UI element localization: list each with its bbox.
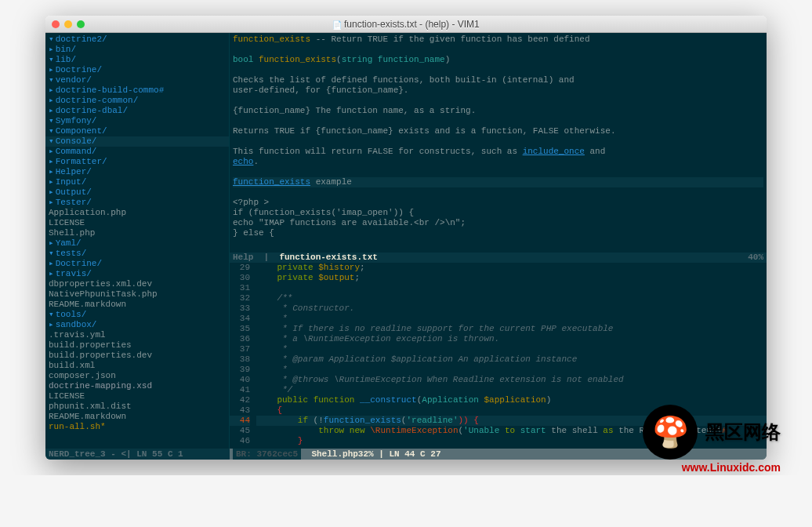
tree-row[interactable]: ▸ Tester/ — [45, 198, 229, 208]
editor-content: ▾ doctrine2/ ▸ bin/ ▾ lib/ ▸ Doctrine/ ▾… — [45, 33, 767, 449]
tree-row[interactable]: phpunit.xml.dist — [45, 402, 229, 412]
link-include-once[interactable]: include_once — [523, 147, 585, 156]
nerdtree-sidebar[interactable]: ▾ doctrine2/ ▸ bin/ ▾ lib/ ▸ Doctrine/ ▾… — [45, 33, 230, 449]
line-number: 40 — [230, 375, 250, 385]
line-number: 37 — [230, 344, 250, 354]
tree-row[interactable]: README.markdown — [45, 412, 229, 422]
tree-row[interactable]: ▸ Command/ — [45, 147, 229, 157]
tree-row[interactable]: Application.php — [45, 208, 229, 218]
code-line[interactable] — [256, 283, 767, 293]
link-echo[interactable]: echo — [233, 157, 253, 166]
tree-row[interactable]: LICENSE — [45, 391, 229, 402]
tree-row[interactable]: ▾ vendor/ — [45, 75, 229, 85]
line-number: 31 — [230, 283, 250, 293]
watermark-url: www.Linuxidc.com — [682, 461, 781, 474]
line-number: 33 — [230, 303, 250, 314]
line-number: 42 — [230, 395, 250, 405]
tree-row[interactable]: ▸ Doctrine/ — [45, 65, 229, 75]
code-line[interactable]: * — [256, 365, 767, 375]
code-line[interactable]: * — [256, 314, 767, 324]
tree-row[interactable]: .travis.yml — [45, 330, 229, 340]
help-func-name: function_exists — [233, 35, 310, 44]
tree-row[interactable]: ▾ lib/ — [45, 55, 229, 65]
link-function-exists[interactable]: function_exists — [233, 177, 310, 187]
tree-row[interactable]: ▸ Helper/ — [45, 167, 229, 177]
code-line[interactable]: * @param Application $application An app… — [256, 354, 767, 365]
watermark-text: 黑区网络 — [705, 420, 781, 445]
tree-row[interactable]: NativePhpunitTask.php — [45, 289, 229, 300]
code-line[interactable]: * a \RuntimeException exception is throw… — [256, 334, 767, 344]
code-line[interactable]: * — [256, 344, 767, 354]
line-number: 36 — [230, 334, 250, 344]
tree-row[interactable]: doctrine-mapping.xsd — [45, 381, 229, 391]
help-pane[interactable]: function_exists -- Return TRUE if the gi… — [230, 33, 767, 253]
editor-window: function-exists.txt - (help) - VIM1 ▾ do… — [45, 16, 767, 460]
tree-row[interactable]: ▾ Symfony/ — [45, 116, 229, 126]
tree-row[interactable]: ▸ Formatter/ — [45, 157, 229, 167]
line-number: 43 — [230, 405, 250, 416]
titlebar[interactable]: function-exists.txt - (help) - VIM1 — [45, 16, 767, 33]
tree-row[interactable]: ▸ doctrine-dbal/ — [45, 106, 229, 116]
tree-row[interactable]: ▸ doctrine-build-commo# — [45, 85, 229, 96]
line-number-gutter: 293031323334353637383940414243444546 — [230, 263, 253, 449]
tree-statusbar: NERD_tree_3 - < | LN 55 C 1 — [45, 449, 230, 460]
tree-row[interactable]: ▸ Input/ — [45, 177, 229, 187]
mushroom-icon: 🍄 — [643, 405, 698, 460]
tree-row[interactable]: ▸ sandbox/ — [45, 320, 229, 330]
code-line[interactable]: */ — [256, 385, 767, 395]
help-statusbar: Help | function-exists.txt 40% — [230, 253, 767, 263]
line-number: 44 — [230, 416, 250, 426]
tree-row[interactable]: build.properties — [45, 340, 229, 351]
tree-row[interactable]: build.xml — [45, 361, 229, 371]
tree-row[interactable]: ▾ Console/ — [45, 136, 229, 147]
tree-row[interactable]: ▾ doctrine2/ — [45, 35, 229, 45]
tree-row[interactable]: ▸ Yaml/ — [45, 238, 229, 249]
tree-row[interactable]: README.markdown — [45, 300, 229, 310]
code-line[interactable]: /** — [256, 293, 767, 303]
line-number: 39 — [230, 365, 250, 375]
tree-row[interactable]: run-all.sh* — [45, 422, 229, 432]
code-line[interactable]: * @throws \RuntimeException When Readlin… — [256, 375, 767, 385]
tree-row[interactable]: ▸ doctrine-common/ — [45, 96, 229, 106]
code-line[interactable]: * Constructor. — [256, 303, 767, 314]
tree-row[interactable]: ▾ tools/ — [45, 310, 229, 320]
line-number: 46 — [230, 436, 250, 446]
line-number: 32 — [230, 293, 250, 303]
window-title: function-exists.txt - (help) - VIM1 — [45, 19, 767, 30]
line-number: 35 — [230, 324, 250, 334]
watermark: 🍄 黑区网络 www.Linuxidc.com — [643, 405, 781, 460]
tree-row[interactable]: ▸ Doctrine/ — [45, 259, 229, 269]
line-number: 38 — [230, 354, 250, 365]
tree-row[interactable]: Shell.php — [45, 228, 229, 238]
tree-row[interactable]: ▾ tests/ — [45, 249, 229, 259]
line-number: 29 — [230, 263, 250, 273]
tree-row[interactable]: build.properties.dev — [45, 351, 229, 361]
tree-row[interactable]: LICENSE — [45, 218, 229, 228]
tree-row[interactable]: dbproperties.xml.dev — [45, 279, 229, 289]
code-line[interactable]: * If there is no readline support for th… — [256, 324, 767, 334]
tree-row[interactable]: composer.json — [45, 371, 229, 381]
line-number: 45 — [230, 426, 250, 436]
tree-row[interactable]: ▸ Output/ — [45, 187, 229, 198]
line-number: 30 — [230, 273, 250, 283]
tree-row[interactable]: ▸ bin/ — [45, 45, 229, 55]
tree-row[interactable]: ▾ Component/ — [45, 126, 229, 136]
line-number: 34 — [230, 314, 250, 324]
code-line[interactable]: private $output; — [256, 273, 767, 283]
code-line[interactable]: private $history; — [256, 263, 767, 273]
line-number: 41 — [230, 385, 250, 395]
tree-row[interactable]: ▸ travis/ — [45, 269, 229, 279]
right-pane: function_exists -- Return TRUE if the gi… — [230, 33, 767, 449]
